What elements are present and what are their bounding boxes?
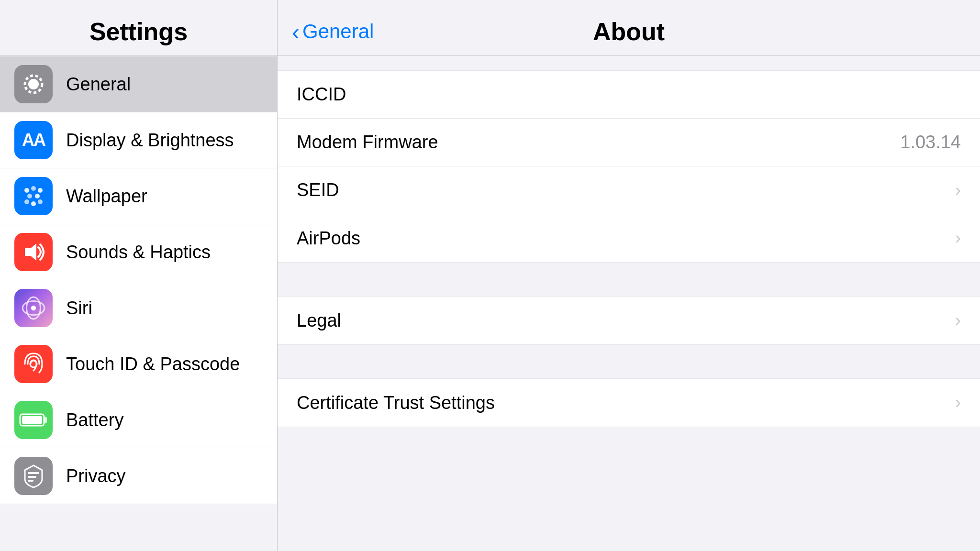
legal-label: Legal (297, 310, 341, 331)
about-panel: ‹ General About ICCID Modem Firmware 1.0… (278, 0, 980, 551)
airpods-label: AirPods (297, 228, 360, 249)
svg-marker-10 (25, 243, 36, 261)
settings-header: Settings (0, 0, 277, 56)
settings-list: General AA Display & Brightness (0, 56, 277, 551)
section-gap-1 (278, 277, 980, 296)
general-icon (14, 65, 53, 103)
battery-icon (14, 401, 53, 439)
sounds-icon (14, 233, 53, 271)
seid-right: › (947, 180, 961, 200)
about-row-iccid[interactable]: ICCID (278, 71, 980, 119)
siri-label: Siri (66, 298, 92, 319)
sounds-label: Sounds & Haptics (66, 242, 211, 263)
about-row-airpods[interactable]: AirPods › (278, 214, 980, 262)
battery-label: Battery (66, 410, 123, 430)
back-label: General (302, 20, 374, 43)
svg-rect-16 (44, 417, 47, 423)
back-button[interactable]: ‹ General (292, 19, 374, 45)
section-gap-2 (278, 359, 980, 378)
about-header: ‹ General About (278, 0, 980, 56)
svg-point-13 (31, 306, 36, 310)
svg-rect-17 (22, 416, 42, 424)
svg-rect-20 (28, 480, 33, 482)
about-row-legal[interactable]: Legal › (278, 297, 980, 344)
about-title: About (297, 17, 961, 46)
display-icon: AA (14, 121, 53, 159)
svg-point-0 (29, 79, 38, 89)
svg-rect-19 (28, 476, 36, 478)
airpods-right: › (947, 228, 961, 248)
touchid-icon (14, 345, 53, 383)
about-content: ICCID Modem Firmware 1.03.14 SEID › AirP… (278, 56, 980, 551)
modem-label: Modem Firmware (297, 132, 438, 153)
sidebar-item-touchid[interactable]: Touch ID & Passcode (0, 336, 277, 392)
about-section-certificate: Certificate Trust Settings › (278, 378, 980, 427)
svg-point-6 (35, 194, 40, 198)
about-section-legal: Legal › (278, 296, 980, 345)
privacy-label: Privacy (66, 466, 126, 486)
privacy-icon (14, 457, 53, 495)
sidebar-item-sounds[interactable]: Sounds & Haptics (0, 224, 277, 280)
iccid-label: ICCID (297, 84, 346, 105)
modem-right: 1.03.14 (900, 132, 961, 153)
svg-point-9 (38, 199, 43, 204)
legal-chevron-icon: › (955, 310, 961, 331)
sidebar-item-wallpaper[interactable]: Wallpaper (0, 168, 277, 224)
legal-right: › (947, 310, 961, 331)
settings-panel: Settings General AA Display & Brightness (0, 0, 278, 551)
wallpaper-label: Wallpaper (66, 186, 147, 207)
siri-icon (14, 289, 53, 327)
svg-point-7 (24, 199, 29, 204)
wallpaper-icon (14, 177, 53, 215)
back-chevron-icon: ‹ (292, 19, 300, 45)
seid-chevron-icon: › (955, 180, 961, 200)
sidebar-item-general[interactable]: General (0, 56, 277, 112)
about-section-top: ICCID Modem Firmware 1.03.14 SEID › AirP… (278, 70, 980, 263)
display-label: Display & Brightness (66, 130, 234, 151)
touchid-label: Touch ID & Passcode (66, 354, 240, 375)
svg-point-5 (27, 194, 32, 198)
modem-value: 1.03.14 (900, 132, 961, 153)
sidebar-item-siri[interactable]: Siri (0, 280, 277, 336)
about-row-modem: Modem Firmware 1.03.14 (278, 119, 980, 166)
general-label: General (66, 74, 131, 95)
sidebar-item-privacy[interactable]: Privacy (0, 448, 277, 504)
svg-point-2 (24, 188, 29, 193)
certificate-chevron-icon: › (955, 393, 961, 413)
about-row-seid[interactable]: SEID › (278, 166, 980, 214)
airpods-chevron-icon: › (955, 228, 961, 248)
sidebar-item-battery[interactable]: Battery (0, 392, 277, 448)
sidebar-item-display[interactable]: AA Display & Brightness (0, 112, 277, 168)
svg-rect-18 (28, 472, 39, 474)
svg-point-8 (31, 201, 36, 206)
svg-point-3 (31, 186, 36, 191)
settings-title: Settings (14, 17, 263, 46)
seid-label: SEID (297, 180, 339, 200)
svg-point-4 (38, 188, 43, 193)
certificate-label: Certificate Trust Settings (297, 393, 495, 413)
certificate-right: › (947, 393, 961, 413)
about-row-certificate[interactable]: Certificate Trust Settings › (278, 379, 980, 427)
